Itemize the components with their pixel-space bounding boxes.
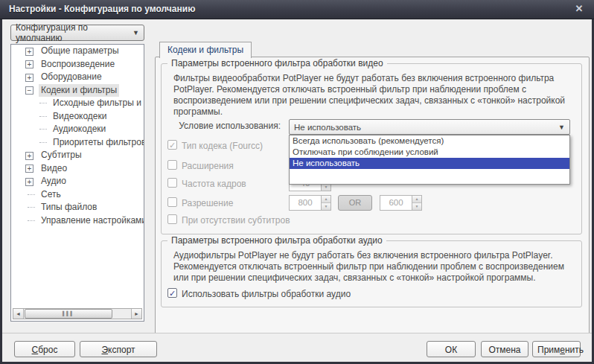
- chevron-down-icon: ▼: [558, 124, 565, 131]
- tree-item[interactable]: Управление настройками: [11, 214, 144, 228]
- tree-item-label: Управление настройками: [39, 214, 144, 228]
- horizontal-scrollbar[interactable]: ◄ ▌▌▌ ►: [13, 308, 142, 319]
- tree-item[interactable]: Исходные фильтры и разделители: [11, 97, 144, 110]
- tree-item[interactable]: Сеть: [11, 188, 144, 202]
- use-audio-filters-checkbox[interactable]: ✓: [167, 288, 177, 298]
- condition-label: Условие использования:: [176, 121, 281, 131]
- tree-item-label: Видеокодеки: [51, 110, 109, 124]
- framerate-checkbox[interactable]: ✓: [167, 178, 177, 188]
- tree-item[interactable]: Аудиокодеки: [11, 123, 144, 136]
- footer-bar: Сброс Экспорт ОК Отмена Применить: [2, 333, 592, 362]
- spinner-icon[interactable]: ▲▼: [412, 196, 421, 210]
- scrollbar-thumb[interactable]: ▌▌▌: [25, 309, 112, 319]
- tree-item-label: Субтитры: [39, 149, 84, 162]
- close-icon[interactable]: ✕: [570, 2, 588, 16]
- no-subtitles-checkbox[interactable]: ✓: [167, 214, 177, 224]
- tree-item[interactable]: + Общие параметры: [11, 45, 144, 58]
- dropdown-option[interactable]: Отключать при соблюдении условий: [290, 147, 569, 158]
- tree-item[interactable]: Типы файлов: [11, 201, 144, 214]
- condition-combobox-value: Не использовать: [294, 123, 361, 132]
- reset-button[interactable]: Сброс: [14, 341, 75, 357]
- profile-combobox-value: Конфигурация по умолчанию: [16, 22, 132, 43]
- tree-item[interactable]: + Аудио: [11, 175, 144, 188]
- scroll-left-icon[interactable]: ◄: [13, 309, 24, 319]
- resolution-height-stepper[interactable]: 600 ▲▼: [380, 195, 422, 211]
- tab-content-panel: Параметры встроенного фильтра обработки …: [155, 57, 590, 347]
- resolution-label: Разрешение: [182, 198, 233, 208]
- tree-item-label: Сеть: [39, 188, 63, 202]
- resolution-width-value: 800: [290, 196, 321, 210]
- codec-type-label: Тип кодека (Fourcc): [182, 141, 263, 151]
- extensions-checkbox[interactable]: ✓: [167, 160, 177, 170]
- expand-icon[interactable]: +: [25, 152, 33, 160]
- title-bar[interactable]: Настройки - Конфигурация по умолчанию ✕: [0, 0, 594, 19]
- export-button[interactable]: Экспорт: [80, 341, 157, 357]
- use-audio-filters-label: Использовать фильтры обработки аудио: [182, 289, 351, 299]
- dialog-body: Конфигурация по умолчанию ▼ + Общие пара…: [2, 19, 592, 362]
- tree-item-label: Воспроизведение: [39, 58, 117, 71]
- condition-combobox[interactable]: Не использовать ▼: [289, 119, 570, 135]
- scroll-right-icon[interactable]: ►: [131, 309, 141, 319]
- dropdown-option[interactable]: Не использовать: [290, 158, 569, 169]
- tree-item[interactable]: Видеокодеки: [11, 110, 144, 124]
- expand-icon[interactable]: +: [25, 165, 33, 173]
- audio-filter-description: Аудиофильтры PotPlayer не будут работать…: [173, 250, 574, 284]
- expand-icon[interactable]: +: [25, 60, 33, 68]
- audio-groupbox-legend: Параметры встроенного фильтра обработки …: [167, 235, 386, 246]
- profile-combobox[interactable]: Конфигурация по умолчанию ▼: [10, 25, 144, 41]
- condition-dropdown-list: Всегда использовать (рекомендуется) Откл…: [289, 135, 570, 185]
- tree-item-label: Кодеки и фильтры: [39, 84, 119, 98]
- tree-item-label: Видео: [39, 162, 69, 176]
- tree-item-label: Аудиокодеки: [51, 123, 108, 136]
- window-title: Настройки - Конфигурация по умолчанию: [9, 4, 195, 14]
- tree-item[interactable]: + Воспроизведение: [11, 58, 144, 71]
- tree-item-label: Приоритеты фильтров: [51, 136, 144, 150]
- dropdown-option[interactable]: Всегда использовать (рекомендуется): [290, 135, 569, 147]
- resolution-width-stepper[interactable]: 800 ▲▼: [289, 195, 331, 211]
- extensions-label: Расширения: [182, 161, 234, 171]
- tree-item-label: Исходные фильтры и разделители: [51, 97, 144, 110]
- tree-item-label: Типы файлов: [39, 201, 99, 214]
- codec-type-checkbox[interactable]: ✓: [167, 140, 177, 150]
- tree-item[interactable]: + Субтитры: [11, 149, 144, 162]
- expand-icon[interactable]: +: [25, 74, 33, 82]
- no-subtitles-label: При отсутствии субтитров: [182, 215, 290, 226]
- tree-item-label: Общие параметры: [39, 45, 121, 58]
- video-filter-description: Фильтры видеообработки PotPlayer не буду…: [173, 73, 574, 118]
- audio-filter-groupbox: Параметры встроенного фильтра обработки …: [161, 240, 582, 307]
- expand-icon[interactable]: +: [25, 178, 33, 186]
- framerate-label: Частота кадров: [182, 179, 246, 189]
- resolution-checkbox[interactable]: ✓: [167, 197, 177, 207]
- cancel-button[interactable]: Отмена: [481, 341, 528, 357]
- expand-icon[interactable]: +: [25, 48, 33, 56]
- tree-item[interactable]: Приоритеты фильтров: [11, 136, 144, 150]
- ok-button[interactable]: ОК: [427, 341, 476, 357]
- tree-item[interactable]: + Видео: [11, 162, 144, 176]
- video-filter-groupbox: Параметры встроенного фильтра обработки …: [161, 63, 582, 234]
- tree-item[interactable]: − Кодеки и фильтры: [11, 84, 144, 98]
- settings-tree[interactable]: + Общие параметры + Воспроизведение + Об…: [10, 44, 144, 322]
- or-button[interactable]: OR: [338, 195, 372, 211]
- tree-item-label: Аудио: [39, 175, 68, 188]
- chevron-down-icon: ▼: [132, 29, 139, 36]
- expand-icon[interactable]: −: [25, 86, 33, 95]
- apply-button[interactable]: Применить: [532, 341, 581, 357]
- settings-dialog: Настройки - Конфигурация по умолчанию ✕ …: [0, 0, 594, 364]
- tree-item-label: Оборудование: [39, 71, 104, 84]
- video-groupbox-legend: Параметры встроенного фильтра обработки …: [167, 58, 387, 68]
- spinner-icon[interactable]: ▲▼: [321, 196, 330, 210]
- tab-codecs-and-filters[interactable]: Кодеки и фильтры: [159, 42, 252, 58]
- tree-item[interactable]: + Оборудование: [11, 71, 144, 84]
- resolution-height-value: 600: [380, 196, 412, 210]
